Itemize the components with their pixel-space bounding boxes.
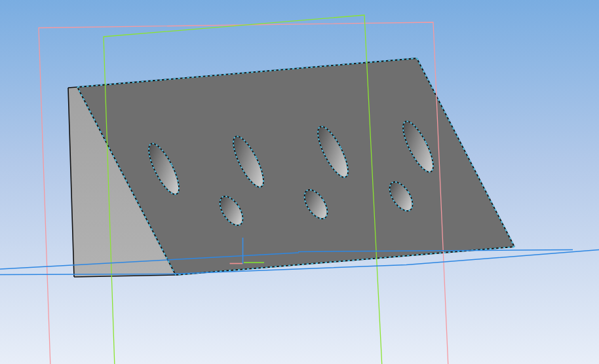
part-edge[interactable] xyxy=(68,87,77,88)
cad-viewport[interactable] xyxy=(0,0,599,364)
cad-scene-canvas[interactable] xyxy=(0,0,599,364)
